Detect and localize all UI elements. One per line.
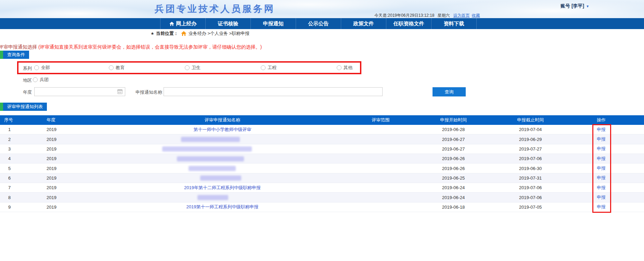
row-year: 2019 xyxy=(47,156,56,161)
row-start-date: 2019-06-26 xyxy=(442,166,465,171)
row-start-date: 2019-06-25 xyxy=(442,175,465,181)
row-index: 7 xyxy=(8,185,11,190)
row-index: 3 xyxy=(8,146,11,152)
row-index: 8 xyxy=(8,195,11,200)
region-option-兵团[interactable]: 兵团 xyxy=(33,77,49,83)
nav-item-6[interactable]: 资料下载 xyxy=(432,18,477,29)
set-home-link[interactable]: 设为首页 xyxy=(453,13,469,18)
column-header: 评审范围 xyxy=(356,117,405,123)
table-row: 920192019第十一师工程系列中级职称申报2019-06-182019-07… xyxy=(0,203,644,212)
row-year: 2019 xyxy=(47,166,56,171)
row-end-date: 2019-07-06 xyxy=(519,185,542,190)
nav-item-label: 任职资格文件 xyxy=(394,21,424,27)
notice-name-link[interactable]: 2019第十一师工程系列中级职称申报 xyxy=(186,204,259,209)
radio-icon[interactable] xyxy=(185,65,190,70)
nav-item-1[interactable]: 证书核验 xyxy=(206,18,251,29)
region-label: 地区 xyxy=(23,77,32,83)
row-year: 2019 xyxy=(47,175,56,181)
row-index: 6 xyxy=(8,175,11,181)
row-end-date: 2019-07-06 xyxy=(519,195,542,200)
table-row: 220192019-06-272019-06-29申报 xyxy=(0,134,644,144)
series-option-全部[interactable]: 全部 xyxy=(34,65,50,71)
nav-item-0[interactable]: 网上经办 xyxy=(160,18,206,29)
nav-item-5[interactable]: 任职资格文件 xyxy=(386,18,432,29)
row-start-date: 2019-06-18 xyxy=(442,205,465,210)
nav-item-label: 公示公告 xyxy=(308,21,329,27)
radio-label: 卫生 xyxy=(192,65,201,71)
row-start-date: 2019-06-27 xyxy=(442,137,465,142)
nav-item-2[interactable]: 申报通知 xyxy=(251,18,296,29)
row-start-date: 2019-06-24 xyxy=(442,195,465,200)
nav-item-label: 政策文件 xyxy=(353,21,374,27)
nav-item-3[interactable]: 公示公告 xyxy=(296,18,341,29)
redacted-notice-name xyxy=(197,195,228,200)
warning-title: 评审申报通知选择 xyxy=(0,44,38,50)
column-header: 评审申报通知名称 xyxy=(89,117,356,123)
table-row: 620192019-06-252019-07-31申报 xyxy=(0,173,644,183)
table-row: 520192019-06-262019-06-30申报 xyxy=(0,164,644,173)
row-end-date: 2019-07-31 xyxy=(519,175,542,181)
top-banner: 兵团专业技术人员服务网 账号 [李平]▼ 今天是:2019年06月29日13:1… xyxy=(0,0,644,18)
nav-item-label: 网上经办 xyxy=(176,21,197,27)
row-index: 2 xyxy=(8,137,11,142)
breadcrumb-links: 业务经办 >个人业务 >职称申报 xyxy=(189,30,249,37)
column-header: 序号 xyxy=(0,117,33,123)
redacted-notice-name xyxy=(189,166,236,171)
column-header: 年度 xyxy=(33,117,89,123)
table-row: 720192019年第十二师工程系列中级职称申报2019-06-242019-0… xyxy=(0,183,644,193)
radio-icon[interactable] xyxy=(34,65,39,70)
series-option-教育[interactable]: 教育 xyxy=(109,65,125,71)
list-section-tag: 评审申报通知列表 xyxy=(0,103,47,111)
row-year: 2019 xyxy=(47,185,56,190)
breadcrumb: ★ 当前位置： 业务经办 >个人业务 >职称申报 xyxy=(151,30,249,37)
breadcrumb-separator: > xyxy=(228,31,232,36)
series-option-其他[interactable]: 其他 xyxy=(337,65,352,71)
query-section-label: 查询条件 xyxy=(3,51,29,59)
row-end-date: 2019-06-30 xyxy=(519,166,542,171)
breadcrumb-item[interactable]: 个人业务 xyxy=(210,31,228,36)
series-option-工程[interactable]: 工程 xyxy=(261,65,276,71)
radio-label: 兵团 xyxy=(40,77,49,83)
breadcrumb-item[interactable]: 业务经办 xyxy=(189,31,206,36)
table-row: 420192019-06-262019-07-06申报 xyxy=(0,154,644,164)
notice-name-label: 申报通知名称 xyxy=(136,89,162,95)
row-start-date: 2019-06-28 xyxy=(442,127,465,132)
radio-icon[interactable] xyxy=(33,77,38,82)
favorite-link[interactable]: 收藏 xyxy=(472,13,480,18)
nav-item-4[interactable]: 政策文件 xyxy=(341,18,386,29)
page: 兵团专业技术人员服务网 账号 [李平]▼ 今天是:2019年06月29日13:1… xyxy=(0,0,644,261)
notice-name-link[interactable]: 2019年第十二师工程系列中级职称申报 xyxy=(184,185,261,190)
redacted-notice-name xyxy=(181,137,240,142)
series-option-卫生[interactable]: 卫生 xyxy=(185,65,201,71)
account-menu[interactable]: 账号 [李平]▼ xyxy=(561,3,589,9)
tag-accent-bar xyxy=(0,103,3,111)
row-index: 4 xyxy=(8,156,11,161)
table-row: 320192019-06-272019-07-27申报 xyxy=(0,144,644,154)
row-year: 2019 xyxy=(47,127,56,132)
column-header: 申报开始时间 xyxy=(405,117,493,123)
redacted-notice-name xyxy=(162,146,252,152)
search-button[interactable]: 查询 xyxy=(433,87,466,96)
year-input[interactable] xyxy=(34,87,125,96)
notice-name-input[interactable] xyxy=(164,87,383,96)
radio-icon[interactable] xyxy=(109,65,114,70)
row-end-date: 2019-07-04 xyxy=(519,127,542,132)
notice-name-link[interactable]: 第十一师中小学教师中级评审 xyxy=(194,127,252,132)
radio-icon[interactable] xyxy=(337,65,342,70)
calendar-icon[interactable] xyxy=(117,89,123,94)
warning-notice: 评审申报通知选择 (评审通知直接关系到送审至何级评委会，如选择错误，会直接导致无… xyxy=(0,44,262,50)
star-icon: ★ xyxy=(151,31,154,36)
nav-menu: 网上经办证书核验申报通知公示公告政策文件任职资格文件资料下载 xyxy=(160,18,477,29)
row-start-date: 2019-06-26 xyxy=(442,156,465,161)
column-header: 申报截止时间 xyxy=(493,117,568,123)
notice-table-body: 12019第十一师中小学教师中级评审2019-06-282019-07-04申报… xyxy=(0,125,644,212)
nav-item-label: 证书核验 xyxy=(218,21,239,27)
weekday-text: 星期六 xyxy=(437,13,450,18)
row-start-date: 2019-06-24 xyxy=(442,185,465,190)
radio-icon[interactable] xyxy=(261,65,266,70)
row-end-date: 2019-07-27 xyxy=(519,146,542,152)
column-header: 操作 xyxy=(568,117,644,123)
redacted-notice-name xyxy=(200,175,241,181)
account-name: [李平] xyxy=(571,3,584,9)
breadcrumb-item[interactable]: 职称申报 xyxy=(232,31,249,36)
